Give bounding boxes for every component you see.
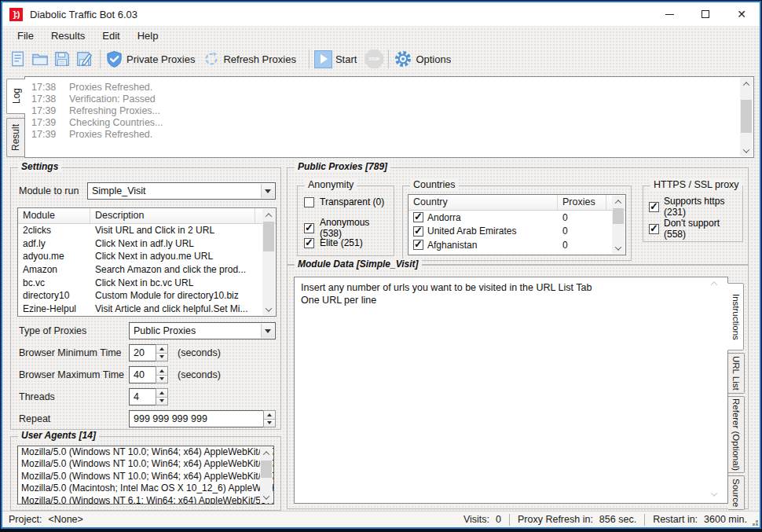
chevron-down-icon[interactable]: [261, 184, 274, 198]
spin-down-icon[interactable]: [156, 398, 167, 405]
col-proxies[interactable]: Proxies: [558, 195, 606, 210]
checkbox-supports-https[interactable]: Supports https (231): [649, 196, 742, 218]
module-to-run-select[interactable]: Simple_Visit: [87, 182, 276, 200]
browser-max-stepper[interactable]: 40: [129, 366, 168, 383]
checkbox-icon[interactable]: [649, 202, 659, 212]
checkbox-icon[interactable]: [413, 226, 423, 237]
document-icon: [9, 50, 27, 68]
checkbox-icon[interactable]: [649, 224, 659, 234]
checkbox-anonymous[interactable]: Anonymous (538): [304, 217, 394, 239]
minimize-button[interactable]: [651, 2, 687, 26]
tab-log[interactable]: Log: [6, 79, 25, 114]
checkbox-icon[interactable]: [304, 197, 314, 207]
table-row[interactable]: adf.lyClick Next in adf.ly URL: [18, 237, 276, 251]
tab-instructions[interactable]: Instructions: [727, 283, 744, 350]
log-output[interactable]: 17:38Proxies Refreshed. 17:38Verificatio…: [24, 76, 754, 158]
user-agents-scrollbar[interactable]: [260, 447, 273, 503]
col-country[interactable]: Country: [408, 195, 558, 210]
table-row[interactable]: AmazonSearch Amazon and click the prod..…: [18, 263, 276, 277]
checkbox-icon[interactable]: [304, 223, 314, 233]
spin-down-icon[interactable]: [156, 376, 167, 383]
table-row[interactable]: Andorra 0: [408, 211, 625, 225]
project-value: <None>: [48, 514, 82, 525]
scroll-up-icon[interactable]: [712, 281, 716, 286]
scroll-up-icon[interactable]: [612, 196, 625, 207]
spin-up-icon[interactable]: [264, 411, 275, 420]
scroll-down-icon[interactable]: [612, 242, 625, 254]
list-item[interactable]: Mozilla/5.0 (Windows NT 10.0; Win64; x64…: [18, 446, 273, 458]
refresh-proxies-button[interactable]: Refresh Proxies: [203, 50, 300, 68]
list-item[interactable]: Mozilla/5.0 (Windows NT 10.0; Win64; x64…: [18, 471, 273, 482]
checkbox-icon[interactable]: [304, 238, 314, 248]
scrollbar-thumb[interactable]: [613, 208, 624, 224]
table-row[interactable]: bc.vcClick Next in bc.vc URL: [18, 276, 276, 289]
project-label: Project:: [9, 514, 42, 525]
modules-scrollbar[interactable]: [262, 209, 275, 315]
scroll-down-icon[interactable]: [712, 492, 716, 497]
table-row[interactable]: Ezine-HelpulVisit Article and click help…: [18, 303, 276, 316]
list-item[interactable]: Mozilla/5.0 (Macintosh; Intel Mac OS X 1…: [18, 482, 273, 494]
menu-help[interactable]: Help: [129, 28, 167, 44]
checkbox-transparent[interactable]: Transparent (0): [304, 196, 384, 207]
start-button[interactable]: Start: [314, 50, 361, 68]
resize-grip-icon[interactable]: [756, 523, 758, 526]
spin-down-icon[interactable]: [156, 354, 167, 361]
close-button[interactable]: ✕: [724, 2, 760, 26]
save-project-button[interactable]: [51, 49, 72, 70]
checkbox-elite[interactable]: Elite (251): [304, 237, 363, 248]
table-row[interactable]: United Arab Emirates 0: [408, 225, 625, 239]
tab-source[interactable]: Source: [728, 475, 745, 510]
log-entry: 17:39Refreshing Proxies...: [31, 105, 753, 117]
type-of-proxies-select[interactable]: Public Proxies: [129, 322, 276, 339]
tab-referer[interactable]: Referer (Optional): [728, 396, 745, 473]
menu-edit[interactable]: Edit: [93, 28, 128, 44]
private-proxies-button[interactable]: Private Proxies: [105, 50, 200, 68]
spin-up-icon[interactable]: [156, 367, 167, 376]
module-data-textarea[interactable]: Insert any number of urls you want to be…: [294, 277, 728, 504]
threads-stepper[interactable]: 4: [129, 388, 168, 405]
chevron-down-icon[interactable]: [261, 324, 274, 338]
spin-up-icon[interactable]: [156, 389, 167, 398]
col-module[interactable]: Module: [18, 208, 90, 223]
menu-bar: File Results Edit Help: [2, 26, 760, 45]
col-description[interactable]: Description: [90, 208, 255, 223]
table-row[interactable]: adyou.meClick Next in adyou.me URL: [18, 250, 276, 263]
browser-min-label: Browser Minimum Time: [19, 347, 122, 358]
status-bar: Project: <None> Visits:0 Proxy Refresh i…: [2, 511, 760, 527]
tab-url-list[interactable]: URL List: [728, 353, 745, 394]
new-project-button[interactable]: [7, 49, 28, 70]
scroll-up-icon[interactable]: [740, 78, 753, 90]
scroll-down-icon[interactable]: [262, 303, 275, 315]
table-row[interactable]: Afghanistan 0: [408, 238, 625, 252]
repeat-stepper[interactable]: 999 999 999 999: [129, 410, 276, 427]
checkbox-icon[interactable]: [413, 240, 423, 250]
table-row[interactable]: directory10Custom Module for directory10…: [18, 289, 276, 303]
toolbar: Private Proxies Refresh Proxies Start ST…: [2, 45, 760, 74]
save-as-button[interactable]: [73, 49, 94, 70]
stop-button: STOP: [365, 50, 383, 68]
maximize-button[interactable]: [687, 2, 724, 26]
open-project-button[interactable]: [29, 49, 50, 70]
menu-results[interactable]: Results: [42, 28, 93, 44]
scroll-down-icon[interactable]: [260, 491, 273, 503]
countries-scrollbar[interactable]: [612, 196, 625, 254]
menu-file[interactable]: File: [9, 28, 42, 44]
checkbox-icon[interactable]: [413, 212, 423, 222]
browser-min-stepper[interactable]: 20: [129, 344, 168, 361]
scrollbar-thumb[interactable]: [263, 222, 274, 251]
spin-up-icon[interactable]: [156, 345, 167, 354]
scrollbar-thumb[interactable]: [261, 460, 272, 478]
spin-down-icon[interactable]: [264, 420, 275, 427]
scroll-up-icon[interactable]: [260, 447, 273, 459]
checkbox-dont-support[interactable]: Don't support (558): [649, 218, 742, 240]
scroll-up-icon[interactable]: [262, 209, 275, 221]
log-scrollbar[interactable]: [740, 78, 753, 156]
list-item[interactable]: Mozilla/5.0 (Windows NT 10.0; Win64; x64…: [18, 458, 273, 470]
tab-result[interactable]: Result: [6, 118, 24, 157]
scrollbar-thumb[interactable]: [741, 100, 752, 133]
options-button[interactable]: Options: [394, 50, 456, 68]
user-agents-list[interactable]: Mozilla/5.0 (Windows NT 10.0; Win64; x64…: [17, 446, 274, 504]
table-row[interactable]: 2clicksVisit URL and Click in 2 URL: [18, 224, 276, 237]
list-item[interactable]: Mozilla/5.0 (Windows NT 6.1; Win64; x64)…: [18, 495, 273, 504]
scroll-down-icon[interactable]: [740, 145, 753, 156]
